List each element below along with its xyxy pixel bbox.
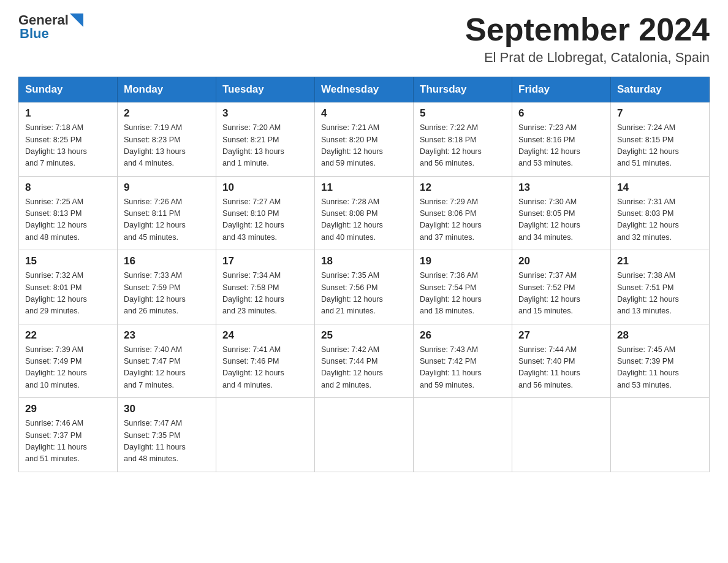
day-number: 18 [321,255,407,267]
title-block: September 2024 El Prat de Llobregat, Cat… [465,12,710,66]
day-number: 14 [617,182,703,194]
calendar-cell: 15Sunrise: 7:32 AMSunset: 8:01 PMDayligh… [19,250,118,324]
day-info: Sunrise: 7:26 AMSunset: 8:11 PMDaylight:… [124,196,210,244]
calendar-cell: 14Sunrise: 7:31 AMSunset: 8:03 PMDayligh… [611,176,710,250]
day-info: Sunrise: 7:39 AMSunset: 7:49 PMDaylight:… [25,344,111,392]
calendar-cell [216,398,315,472]
day-info: Sunrise: 7:28 AMSunset: 8:08 PMDaylight:… [321,196,407,244]
col-header-tuesday: Tuesday [216,77,315,102]
day-info: Sunrise: 7:20 AMSunset: 8:21 PMDaylight:… [222,122,308,170]
day-info: Sunrise: 7:31 AMSunset: 8:03 PMDaylight:… [617,196,703,244]
page-header: General Blue September 2024 El Prat de L… [18,12,710,66]
day-info: Sunrise: 7:40 AMSunset: 7:47 PMDaylight:… [124,344,210,392]
col-header-monday: Monday [118,77,216,102]
day-number: 21 [617,255,703,267]
day-number: 12 [420,182,506,194]
day-number: 1 [25,107,111,120]
day-number: 10 [222,182,308,194]
calendar-cell: 30Sunrise: 7:47 AMSunset: 7:35 PMDayligh… [118,398,216,472]
col-header-wednesday: Wednesday [315,77,414,102]
day-number: 27 [518,329,604,342]
day-info: Sunrise: 7:24 AMSunset: 8:15 PMDaylight:… [617,122,703,170]
location-title: El Prat de Llobregat, Catalonia, Spain [465,50,710,66]
day-number: 23 [124,329,210,342]
day-info: Sunrise: 7:44 AMSunset: 7:40 PMDaylight:… [518,344,604,392]
day-info: Sunrise: 7:35 AMSunset: 7:56 PMDaylight:… [321,270,407,318]
day-number: 13 [518,182,604,194]
day-number: 24 [222,329,308,342]
calendar-cell: 29Sunrise: 7:46 AMSunset: 7:37 PMDayligh… [19,398,118,472]
day-info: Sunrise: 7:47 AMSunset: 7:35 PMDaylight:… [124,418,210,465]
day-number: 16 [124,255,210,267]
svg-marker-0 [70,13,83,27]
day-number: 25 [321,329,407,342]
day-info: Sunrise: 7:21 AMSunset: 8:20 PMDaylight:… [321,122,407,170]
calendar-cell [414,398,512,472]
calendar-cell: 16Sunrise: 7:33 AMSunset: 7:59 PMDayligh… [118,250,216,324]
calendar-cell: 8Sunrise: 7:25 AMSunset: 8:13 PMDaylight… [19,176,118,250]
calendar-cell: 27Sunrise: 7:44 AMSunset: 7:40 PMDayligh… [512,324,611,398]
calendar-cell: 18Sunrise: 7:35 AMSunset: 7:56 PMDayligh… [315,250,414,324]
logo: General Blue [18,12,83,42]
day-number: 3 [222,107,308,120]
calendar-cell: 9Sunrise: 7:26 AMSunset: 8:11 PMDaylight… [118,176,216,250]
day-info: Sunrise: 7:25 AMSunset: 8:13 PMDaylight:… [25,196,111,244]
day-number: 2 [124,107,210,120]
week-row-5: 29Sunrise: 7:46 AMSunset: 7:37 PMDayligh… [19,398,710,472]
logo-triangle-icon [70,13,83,27]
calendar-table: SundayMondayTuesdayWednesdayThursdayFrid… [18,77,710,472]
calendar-cell: 21Sunrise: 7:38 AMSunset: 7:51 PMDayligh… [611,250,710,324]
day-info: Sunrise: 7:41 AMSunset: 7:46 PMDaylight:… [222,344,308,392]
day-info: Sunrise: 7:43 AMSunset: 7:42 PMDaylight:… [420,344,506,392]
day-info: Sunrise: 7:32 AMSunset: 8:01 PMDaylight:… [25,270,111,318]
calendar-cell [611,398,710,472]
header-row: SundayMondayTuesdayWednesdayThursdayFrid… [19,77,710,102]
day-info: Sunrise: 7:23 AMSunset: 8:16 PMDaylight:… [518,122,604,170]
day-info: Sunrise: 7:19 AMSunset: 8:23 PMDaylight:… [124,122,210,170]
day-info: Sunrise: 7:38 AMSunset: 7:51 PMDaylight:… [617,270,703,318]
col-header-saturday: Saturday [611,77,710,102]
day-number: 15 [25,255,111,267]
col-header-thursday: Thursday [414,77,512,102]
day-info: Sunrise: 7:37 AMSunset: 7:52 PMDaylight:… [518,270,604,318]
day-number: 9 [124,182,210,194]
calendar-cell: 19Sunrise: 7:36 AMSunset: 7:54 PMDayligh… [414,250,512,324]
day-info: Sunrise: 7:30 AMSunset: 8:05 PMDaylight:… [518,196,604,244]
col-header-friday: Friday [512,77,611,102]
calendar-cell: 6Sunrise: 7:23 AMSunset: 8:16 PMDaylight… [512,102,611,177]
logo-blue-text: Blue [20,26,49,42]
calendar-cell: 20Sunrise: 7:37 AMSunset: 7:52 PMDayligh… [512,250,611,324]
day-number: 30 [124,403,210,415]
day-number: 28 [617,329,703,342]
day-info: Sunrise: 7:46 AMSunset: 7:37 PMDaylight:… [25,418,111,465]
calendar-cell: 11Sunrise: 7:28 AMSunset: 8:08 PMDayligh… [315,176,414,250]
col-header-sunday: Sunday [19,77,118,102]
day-number: 8 [25,182,111,194]
month-title: September 2024 [465,12,710,47]
week-row-1: 1Sunrise: 7:18 AMSunset: 8:25 PMDaylight… [19,102,710,177]
day-number: 11 [321,182,407,194]
calendar-cell: 13Sunrise: 7:30 AMSunset: 8:05 PMDayligh… [512,176,611,250]
calendar-cell [315,398,414,472]
calendar-cell [512,398,611,472]
day-number: 22 [25,329,111,342]
day-info: Sunrise: 7:42 AMSunset: 7:44 PMDaylight:… [321,344,407,392]
day-number: 26 [420,329,506,342]
calendar-cell: 7Sunrise: 7:24 AMSunset: 8:15 PMDaylight… [611,102,710,177]
day-info: Sunrise: 7:18 AMSunset: 8:25 PMDaylight:… [25,122,111,170]
calendar-cell: 25Sunrise: 7:42 AMSunset: 7:44 PMDayligh… [315,324,414,398]
calendar-cell: 22Sunrise: 7:39 AMSunset: 7:49 PMDayligh… [19,324,118,398]
calendar-cell: 3Sunrise: 7:20 AMSunset: 8:21 PMDaylight… [216,102,315,177]
day-number: 17 [222,255,308,267]
calendar-cell: 17Sunrise: 7:34 AMSunset: 7:58 PMDayligh… [216,250,315,324]
day-number: 6 [518,107,604,120]
calendar-cell: 4Sunrise: 7:21 AMSunset: 8:20 PMDaylight… [315,102,414,177]
calendar-cell: 28Sunrise: 7:45 AMSunset: 7:39 PMDayligh… [611,324,710,398]
calendar-cell: 2Sunrise: 7:19 AMSunset: 8:23 PMDaylight… [118,102,216,177]
calendar-cell: 23Sunrise: 7:40 AMSunset: 7:47 PMDayligh… [118,324,216,398]
day-number: 19 [420,255,506,267]
day-number: 29 [25,403,111,415]
day-number: 20 [518,255,604,267]
day-info: Sunrise: 7:29 AMSunset: 8:06 PMDaylight:… [420,196,506,244]
day-info: Sunrise: 7:33 AMSunset: 7:59 PMDaylight:… [124,270,210,318]
